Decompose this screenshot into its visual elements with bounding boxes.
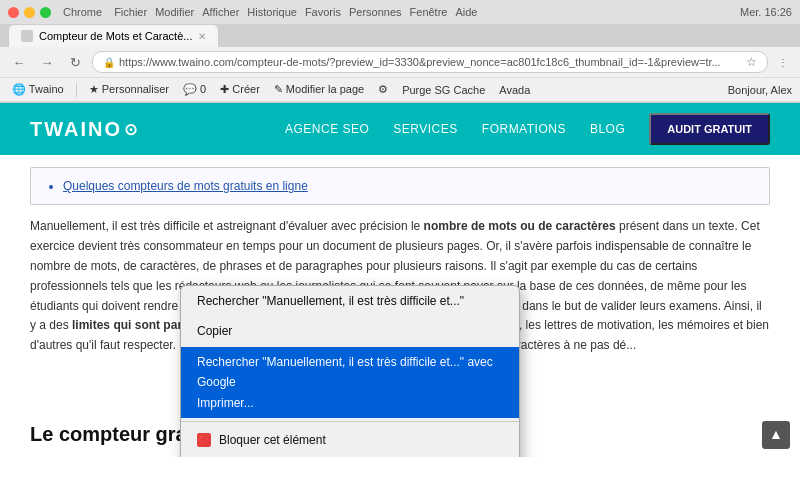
- ctx-google-search-item[interactable]: Rechercher "Manuellement, il est très di…: [181, 347, 519, 418]
- title-bar: Chrome Fichier Modifier Afficher Histori…: [0, 0, 800, 24]
- toolbar-edit-page[interactable]: ✎ Modifier la page: [270, 81, 368, 98]
- reload-button[interactable]: ↻: [64, 51, 86, 73]
- toolbar-customize[interactable]: ★ Personnaliser: [85, 81, 173, 98]
- ctx-separator-1: [181, 421, 519, 422]
- context-menu: Rechercher "Manuellement, il est très di…: [180, 285, 520, 457]
- maximize-button[interactable]: [40, 7, 51, 18]
- extensions-button[interactable]: ⋮: [774, 53, 792, 71]
- address-bar[interactable]: 🔒 https://www.twaino.com/compteur-de-mot…: [92, 51, 768, 73]
- active-tab[interactable]: Compteur de Mots et Caractè... ✕: [8, 24, 219, 47]
- scroll-up-button[interactable]: ▲: [762, 421, 790, 449]
- nav-agence-seo[interactable]: AGENCE SEO: [285, 122, 369, 136]
- traffic-lights: [8, 7, 51, 18]
- site-logo: TWAINO ⊙: [30, 118, 139, 141]
- browser-chrome: Chrome Fichier Modifier Afficher Histori…: [0, 0, 800, 103]
- toolbar-purge-cache[interactable]: Purge SG Cache: [398, 82, 489, 98]
- lock-icon: 🔒: [103, 57, 115, 68]
- ctx-block-item[interactable]: 🚫 Bloquer cet élément: [181, 425, 519, 455]
- toolbar-avada[interactable]: Avada: [495, 82, 534, 98]
- close-button[interactable]: [8, 7, 19, 18]
- tab-label: Compteur de Mots et Caractè...: [39, 30, 192, 42]
- system-time: Mer. 16:26: [740, 6, 792, 18]
- toolbar-wp-icon[interactable]: 🌐 Twaino: [8, 81, 68, 98]
- page-content: Quelques compteurs de mots gratuits en l…: [0, 155, 800, 457]
- tab-close-icon[interactable]: ✕: [198, 31, 206, 42]
- ctx-block-label: Bloquer cet élément: [219, 430, 326, 450]
- ctx-keyword-item[interactable]: K Get Keyword Data for 'Manuellement, il…: [181, 455, 519, 457]
- nav-blog[interactable]: BLOG: [590, 122, 625, 136]
- toolbar: 🌐 Twaino ★ Personnaliser 💬 0 ✚ Créer ✎ M…: [0, 78, 800, 102]
- address-text: https://www.twaino.com/compteur-de-mots/…: [119, 56, 738, 68]
- nav-formations[interactable]: FORMATIONS: [482, 122, 566, 136]
- bullet-item[interactable]: Quelques compteurs de mots gratuits en l…: [63, 176, 753, 196]
- ctx-search-item[interactable]: Rechercher "Manuellement, il est très di…: [181, 286, 519, 316]
- toolbar-comments[interactable]: 💬 0: [179, 81, 210, 98]
- toolbar-settings[interactable]: ⚙: [374, 81, 392, 98]
- toolbar-user-greeting: Bonjour, Alex: [728, 84, 792, 96]
- site-nav: AGENCE SEO SERVICES FORMATIONS BLOG AUDI…: [285, 113, 770, 145]
- forward-button[interactable]: →: [36, 51, 58, 73]
- tab-favicon: [21, 30, 33, 42]
- website: TWAINO ⊙ AGENCE SEO SERVICES FORMATIONS …: [0, 103, 800, 457]
- logo-icon: ⊙: [124, 120, 139, 139]
- bullet-box: Quelques compteurs de mots gratuits en l…: [30, 167, 770, 205]
- ctx-search-label: Rechercher "Manuellement, il est très di…: [197, 291, 464, 311]
- back-button[interactable]: ←: [8, 51, 30, 73]
- minimize-button[interactable]: [24, 7, 35, 18]
- chrome-app-label: Chrome: [63, 6, 102, 18]
- block-icon: 🚫: [197, 433, 211, 447]
- nav-services[interactable]: SERVICES: [393, 122, 457, 136]
- nav-bar: ← → ↻ 🔒 https://www.twaino.com/compteur-…: [0, 47, 800, 78]
- tab-bar: Compteur de Mots et Caractè... ✕: [0, 24, 800, 47]
- ctx-google-search-label: Rechercher "Manuellement, il est très di…: [197, 352, 503, 413]
- ctx-copy-item[interactable]: Copier: [181, 316, 519, 346]
- scroll-up-icon: ▲: [769, 423, 783, 447]
- audit-cta-button[interactable]: AUDIT GRATUIT: [649, 113, 770, 145]
- ctx-copy-label: Copier: [197, 321, 232, 341]
- site-header: TWAINO ⊙ AGENCE SEO SERVICES FORMATIONS …: [0, 103, 800, 155]
- toolbar-create[interactable]: ✚ Créer: [216, 81, 264, 98]
- bookmark-icon[interactable]: ☆: [746, 55, 757, 69]
